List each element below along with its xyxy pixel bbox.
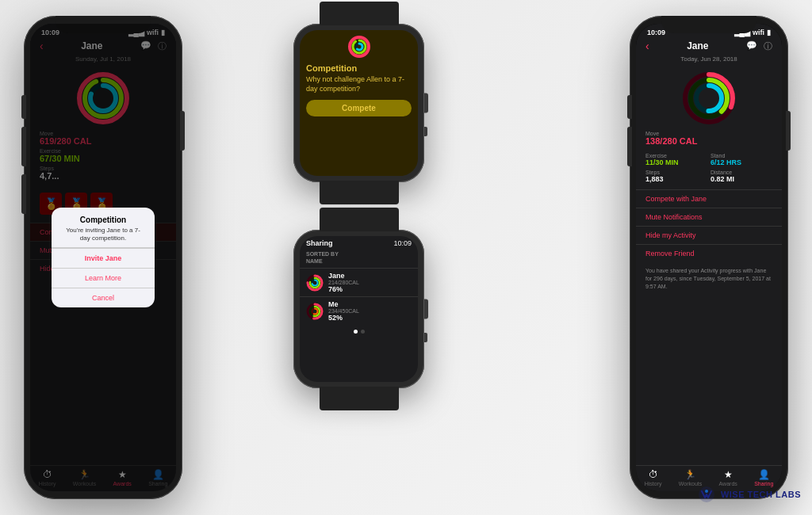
dot-2 bbox=[361, 330, 365, 334]
watch-band-top bbox=[320, 2, 399, 25]
dialog-title: Competition bbox=[61, 216, 145, 224]
right-screen-content: 10:09 ▂▄▆ wifi ▮ ‹ Jane 💬 ⓘ Today, Jun 2… bbox=[636, 24, 782, 491]
watch-ring-area bbox=[306, 35, 412, 59]
right-steps-item: Steps 1,883 bbox=[645, 170, 707, 183]
right-phone-screen: 10:09 ▂▄▆ wifi ▮ ‹ Jane 💬 ⓘ Today, Jun 2… bbox=[636, 24, 782, 491]
right-sharing-icon: 👤 bbox=[758, 469, 770, 480]
watch-bottom-side-button[interactable] bbox=[424, 333, 427, 342]
right-move-stat: Move 138/280 CAL bbox=[645, 131, 772, 146]
dot-1 bbox=[354, 330, 358, 334]
svg-point-9 bbox=[353, 40, 366, 53]
power-button bbox=[180, 111, 185, 151]
right-action-mute[interactable]: Mute Notifications bbox=[636, 208, 782, 226]
watch-bottom-band-bottom bbox=[320, 387, 399, 410]
right-distance-value: 0.82 MI bbox=[710, 175, 772, 183]
left-dialog-overlay: Competition You're inviting Jane to a 7-… bbox=[30, 24, 176, 491]
watch-bottom-time: 10:09 bbox=[393, 239, 412, 247]
page-dots bbox=[300, 330, 418, 334]
right-exercise-item: Exercise 11/30 MIN bbox=[645, 153, 707, 166]
watch-band-bottom bbox=[320, 181, 399, 204]
competition-dialog: Competition You're inviting Jane to a 7-… bbox=[52, 208, 155, 308]
right-info-icon[interactable]: ⓘ bbox=[764, 40, 772, 52]
right-exercise-label: Exercise bbox=[645, 153, 707, 158]
right-time: 10:09 bbox=[647, 29, 665, 36]
right-stand-value: 6/12 HRS bbox=[710, 158, 772, 166]
left-phone-screen: 10:09 ▂▄▆ wifi ▮ ‹ Jane 💬 ⓘ Sunday, Jul … bbox=[30, 24, 176, 491]
left-screen-content: 10:09 ▂▄▆ wifi ▮ ‹ Jane 💬 ⓘ Sunday, Jul … bbox=[30, 24, 176, 491]
right-distance-item: Distance 0.82 MI bbox=[710, 170, 772, 183]
right-exercise-value: 11/30 MIN bbox=[645, 158, 707, 166]
right-action-remove[interactable]: Remove Friend bbox=[636, 244, 782, 262]
me-cal: 234/450CAL bbox=[328, 308, 359, 314]
right-sharing-text: You have shared your Activity progress w… bbox=[636, 262, 782, 295]
watch-top-title: Competition bbox=[306, 63, 412, 73]
right-nav-bar: ‹ Jane 💬 ⓘ bbox=[636, 38, 782, 55]
invite-jane-button[interactable]: Invite Jane bbox=[52, 248, 155, 268]
me-ring bbox=[306, 303, 324, 320]
right-tab-sharing[interactable]: 👤 Sharing bbox=[754, 469, 773, 486]
right-phone-notch bbox=[661, 16, 756, 33]
right-stats-grid: Exercise 11/30 MIN Stand 6/12 HRS Steps … bbox=[636, 150, 782, 186]
jane-cal: 214/280CAL bbox=[328, 280, 359, 285]
watch-bottom-content: Sharing 10:09 SORTED BYNAME Jan bbox=[300, 236, 418, 382]
watch-compete-button[interactable]: Compete bbox=[306, 100, 412, 116]
right-back-button[interactable]: ‹ bbox=[645, 40, 649, 52]
watch-jane-row: Jane 214/280CAL 76% bbox=[300, 268, 418, 296]
jane-ring bbox=[306, 274, 324, 292]
volume-up-button bbox=[21, 95, 26, 119]
right-stats: Move 138/280 CAL bbox=[636, 129, 782, 150]
watermark: WISE TECH LABS bbox=[697, 485, 801, 504]
right-tab-awards[interactable]: ★ Awards bbox=[719, 469, 737, 486]
right-awards-icon: ★ bbox=[724, 469, 733, 480]
right-phone: 10:09 ▂▄▆ wifi ▮ ‹ Jane 💬 ⓘ Today, Jun 2… bbox=[630, 16, 788, 499]
watch-mini-ring bbox=[343, 35, 375, 59]
right-action-hide[interactable]: Hide my Activity bbox=[636, 226, 782, 244]
right-steps-label: Steps bbox=[645, 170, 707, 175]
right-wifi-icon: wifi bbox=[753, 29, 764, 36]
right-workouts-icon: 🏃 bbox=[684, 469, 696, 480]
watch-sorted-by: SORTED BYNAME bbox=[306, 250, 412, 265]
watch-bottom-band-top bbox=[320, 208, 399, 231]
watch-top-screen: Competition Why not challenge Allen to a… bbox=[300, 30, 418, 176]
jane-name: Jane bbox=[328, 272, 359, 280]
right-action-compete[interactable]: Compete with Jane bbox=[636, 189, 782, 208]
right-ring-svg bbox=[681, 71, 737, 126]
me-pct: 52% bbox=[328, 314, 359, 322]
watch-bottom-screen: Sharing 10:09 SORTED BYNAME Jan bbox=[300, 236, 418, 382]
volume-down-button bbox=[21, 127, 26, 166]
right-action-list: Compete with Jane Mute Notifications Hid… bbox=[636, 189, 782, 262]
right-steps-value: 1,883 bbox=[645, 175, 707, 183]
me-info: Me 234/450CAL 52% bbox=[328, 300, 359, 322]
watch-bottom-crown[interactable] bbox=[424, 299, 428, 319]
learn-more-button[interactable]: Learn More bbox=[52, 268, 155, 288]
right-tab-workouts[interactable]: 🏃 Workouts bbox=[679, 469, 702, 486]
watch-bottom: Sharing 10:09 SORTED BYNAME Jan bbox=[293, 230, 424, 388]
right-battery-icon: ▮ bbox=[767, 29, 771, 36]
watch-crown[interactable] bbox=[424, 93, 428, 113]
right-tab-history[interactable]: ⏱ History bbox=[645, 469, 662, 486]
watch-sort-label: SORTED BYNAME bbox=[300, 249, 418, 268]
left-phone: 10:09 ▂▄▆ wifi ▮ ‹ Jane 💬 ⓘ Sunday, Jul … bbox=[24, 16, 182, 499]
right-distance-label: Distance bbox=[710, 170, 772, 175]
silent-button bbox=[21, 174, 26, 214]
dialog-subtitle: You're inviting Jane to a 7-day competit… bbox=[61, 227, 145, 243]
right-nav-title: Jane bbox=[687, 40, 708, 52]
watch-top-text: Why not challenge Allen to a 7-day compe… bbox=[306, 75, 412, 93]
right-message-icon[interactable]: 💬 bbox=[746, 40, 757, 52]
right-history-label: History bbox=[645, 481, 662, 486]
cancel-button[interactable]: Cancel bbox=[52, 288, 155, 307]
right-move-label: Move bbox=[645, 131, 772, 136]
svg-point-31 bbox=[705, 490, 708, 493]
right-stand-label: Stand bbox=[710, 153, 772, 158]
watch-me-row: Me 234/450CAL 52% bbox=[300, 296, 418, 325]
right-move-value: 138/280 CAL bbox=[645, 136, 772, 146]
watch-bottom-status-bar: Sharing 10:09 bbox=[300, 236, 418, 249]
jane-pct: 76% bbox=[328, 285, 359, 293]
dialog-header: Competition You're inviting Jane to a 7-… bbox=[52, 208, 155, 248]
watch-side-button[interactable] bbox=[424, 127, 427, 136]
right-history-icon: ⏱ bbox=[649, 469, 658, 480]
right-nav-icons: 💬 ⓘ bbox=[746, 40, 772, 52]
right-volume-up-button bbox=[627, 95, 632, 119]
right-activity-ring bbox=[636, 66, 782, 129]
watermark-label: WISE TECH LABS bbox=[721, 490, 801, 499]
